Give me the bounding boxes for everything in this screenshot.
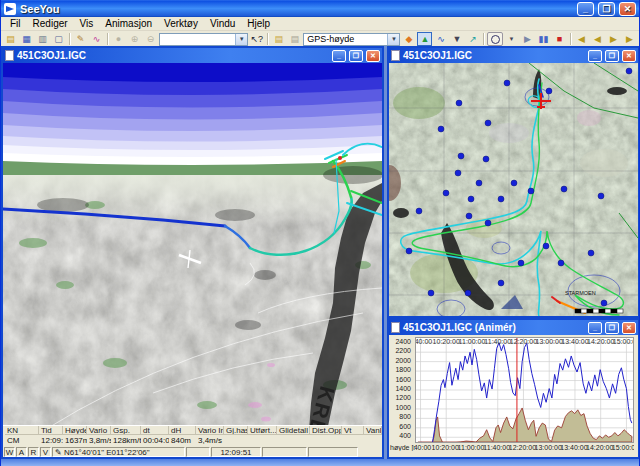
table-header-2[interactable]: Tid (39, 426, 63, 435)
close-icon[interactable]: ✕ (366, 50, 380, 62)
terrain-area-series (418, 408, 632, 442)
table-cell-8: 3,4m/s (196, 436, 224, 445)
status-toggle-w[interactable]: W (4, 447, 15, 457)
maximize-button[interactable]: ❐ (605, 322, 619, 334)
barogram-content: 9:40:0010:20:0011:00:0011:40:0012:20:001… (389, 335, 638, 457)
measure-icon[interactable]: ∿ (89, 32, 104, 46)
minimize-button[interactable]: _ (588, 322, 602, 334)
toolbar-separator (69, 33, 70, 45)
table-header-8[interactable]: Vario Int. (196, 426, 224, 435)
altitude-mode-combobox-value: GPS-høyde (307, 34, 354, 44)
close-icon[interactable]: ✕ (622, 322, 636, 334)
menu-item-vindu[interactable]: Vindu (204, 18, 241, 29)
chevron-down-icon[interactable]: ▼ (387, 34, 399, 45)
view-3d-icon[interactable]: ▲ (417, 32, 432, 46)
menu-item-fil[interactable]: Fil (4, 18, 27, 29)
toolbar-separator (107, 33, 108, 45)
table-header-13[interactable]: Vt (342, 426, 364, 435)
pin-icon[interactable]: ✎ (73, 32, 88, 46)
menu-bar: FilRedigerVisAnimasjonVerktøyVinduHjelp (1, 17, 639, 31)
minimize-button[interactable]: _ (588, 50, 602, 62)
print-icon[interactable]: ▥ (35, 32, 50, 46)
print-preview-icon[interactable]: ▢ (51, 32, 66, 46)
table-cell-12 (310, 436, 342, 445)
zoom-icon[interactable]: ● (111, 32, 126, 46)
menu-item-rediger[interactable]: Rediger (27, 18, 74, 29)
zoom-out-icon[interactable]: ⊖ (143, 32, 158, 46)
table-header-4[interactable]: Vario (87, 426, 111, 435)
table-header-7[interactable]: dH (169, 426, 196, 435)
status-empty-cell (308, 447, 358, 457)
save-icon[interactable]: ▦ (19, 32, 34, 46)
open-icon[interactable]: ▤ (3, 32, 18, 46)
y-tick-label: 2400 (389, 338, 411, 345)
table-header-6[interactable]: dt (141, 426, 169, 435)
chevron-down-icon[interactable]: ▼ (235, 34, 247, 45)
status-toggle-v[interactable]: V (40, 447, 51, 457)
main-titlebar[interactable]: SeeYou _ ❐ ✕ (1, 0, 639, 17)
maximize-button[interactable]: ❐ (598, 2, 615, 16)
map-view[interactable]: STARMOEN (389, 63, 638, 316)
optimize-icon[interactable]: ▤ (271, 32, 286, 46)
y-tick-label: 1000 (389, 404, 411, 411)
document-icon (5, 50, 14, 61)
barogram-titlebar[interactable]: 451C3OJ1.IGC (Animér) _ ❐ ✕ (389, 320, 638, 335)
flight-3d-titlebar[interactable]: 451C3OJ1.IGC _ ❐ ✕ (3, 48, 382, 63)
document-icon (391, 322, 400, 333)
minimize-button[interactable]: _ (332, 50, 346, 62)
close-button[interactable]: ✕ (619, 2, 636, 16)
seek-next-icon[interactable]: ▶ (606, 32, 621, 46)
toolbar-separator (267, 33, 268, 45)
animation-speed-clock-icon[interactable] (487, 32, 503, 46)
y-tick-label: 600 (389, 423, 411, 430)
menu-item-hjelp[interactable]: Hjelp (241, 18, 276, 29)
menu-item-animasjon[interactable]: Animasjon (99, 18, 158, 29)
window-bottom-border (1, 459, 639, 466)
seek-first-icon[interactable]: ◀ (574, 32, 589, 46)
app-icon (4, 3, 16, 15)
status-toggle-a[interactable]: A (16, 447, 27, 457)
zoom-in-icon[interactable]: ⊕ (127, 32, 142, 46)
pause-icon[interactable]: ▮▮ (536, 32, 551, 46)
status-toggle-r[interactable]: R (28, 447, 39, 457)
barogram-svg (416, 338, 633, 442)
table-header-3[interactable]: Høyde (63, 426, 87, 435)
table-cell-2: 12:09:51 (39, 436, 63, 445)
route-icon[interactable]: ↗ (465, 32, 480, 46)
graph-icon[interactable]: ∿ (433, 32, 448, 46)
maximize-button[interactable]: ❐ (349, 50, 363, 62)
flight-3d-title: 451C3OJ1.IGC (17, 50, 86, 61)
seek-prev-icon[interactable]: ◀ (590, 32, 605, 46)
play-icon[interactable]: ▶ (520, 32, 535, 46)
document-icon (391, 50, 400, 61)
alarm-icon[interactable]: ◆ (401, 32, 416, 46)
maximize-button[interactable]: ❐ (605, 50, 619, 62)
waypoint-combobox[interactable]: ▼ (159, 33, 248, 46)
table-header-11[interactable]: Glidetall (277, 426, 310, 435)
table-header-5[interactable]: Gsp. (111, 426, 141, 435)
map-titlebar[interactable]: 451C3OJ1.IGC _ ❐ ✕ (389, 48, 638, 63)
altitude-mode-combobox[interactable]: GPS-høyde▼ (303, 33, 400, 46)
barogram-x-axis-labels: 9:40:0010:20:0011:00:0011:40:0012:20:001… (415, 442, 634, 454)
menu-item-verktøy[interactable]: Verktøy (158, 18, 204, 29)
seek-last-icon[interactable]: ▶ (622, 32, 637, 46)
table-header-14[interactable]: Vanlt. (364, 426, 382, 435)
map-site-label: STARMOEN (565, 290, 596, 296)
help-icon[interactable]: ↖? (249, 32, 264, 46)
table-cell-5: 128km/t (111, 436, 141, 445)
x-tick-label: 15:00:00 (607, 444, 634, 451)
dropdown-icon[interactable]: ▼ (449, 32, 464, 46)
barogram-plot[interactable]: 9:40:0010:20:0011:00:0011:40:0012:20:001… (415, 337, 634, 443)
flight-3d-window: 451C3OJ1.IGC _ ❐ ✕ (1, 46, 384, 459)
optimize-gray-icon[interactable]: ▤ (287, 32, 302, 46)
flight-3d-view[interactable]: KREST (3, 63, 382, 425)
menu-item-vis[interactable]: Vis (74, 18, 100, 29)
stop-icon[interactable]: ■ (552, 32, 567, 46)
table-header-9[interactable]: Gj.hast. (224, 426, 248, 435)
table-header-1[interactable]: KN (5, 426, 39, 435)
minimize-button[interactable]: _ (577, 2, 594, 16)
table-header-12[interactable]: Dist.Oppg... (310, 426, 342, 435)
chevron-down-icon[interactable]: ▼ (504, 32, 519, 46)
close-icon[interactable]: ✕ (622, 50, 636, 62)
table-header-10[interactable]: Utført... (248, 426, 277, 435)
